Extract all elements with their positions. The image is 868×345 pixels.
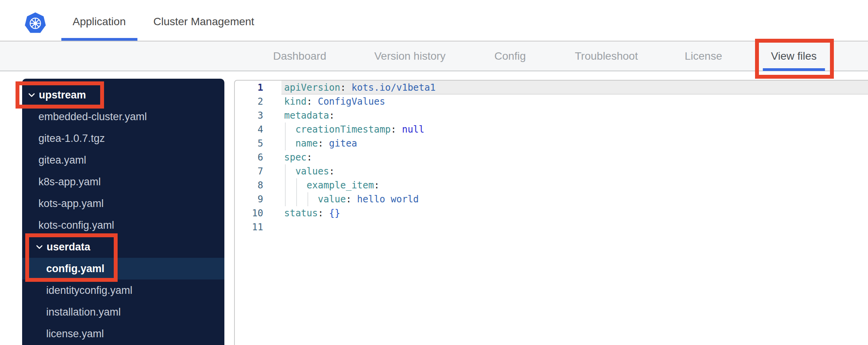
file-label: identityconfig.yaml	[46, 285, 132, 297]
tab-cluster-management[interactable]: Cluster Management	[153, 16, 254, 28]
code-token-key: status	[284, 208, 318, 219]
chevron-down-icon[interactable]	[36, 245, 43, 249]
tree-file-k8s-app-yaml[interactable]: k8s-app.yaml	[22, 171, 224, 193]
code-line-content: apiVersion: kots.io/v1beta1	[281, 81, 868, 95]
code-token-colon: :	[391, 124, 396, 135]
tree-file-kots-config-yaml[interactable]: kots-config.yaml	[22, 214, 224, 236]
line-number: 4	[235, 122, 274, 136]
code-line[interactable]: 11	[235, 220, 868, 234]
line-number: 8	[235, 178, 274, 192]
nav-tab-config[interactable]: Config	[495, 41, 526, 71]
file-label: license.yaml	[46, 328, 104, 340]
tree-file-config-yaml[interactable]: config.yaml	[22, 258, 224, 279]
file-label: gitea.yaml	[38, 154, 86, 166]
file-label: gitea-1.0.7.tgz	[38, 133, 105, 145]
code-token-plain	[351, 194, 357, 205]
code-token-colon: :	[307, 152, 312, 163]
tree-file-license-yaml[interactable]: license.yaml	[22, 323, 224, 345]
code-line-content: spec:	[281, 150, 868, 164]
code-token-key: name	[295, 138, 318, 149]
tree-folder-userdata[interactable]: userdata	[22, 236, 224, 258]
code-token-key: creationTimestamp	[295, 124, 391, 135]
code-line[interactable]: 4 creationTimestamp: null	[235, 122, 868, 136]
nav-tab-version-history[interactable]: Version history	[374, 41, 446, 71]
code-line-content: kind: ConfigValues	[281, 95, 868, 109]
code-token-plain	[323, 208, 329, 219]
code-token-key: values	[295, 166, 329, 177]
line-number: 2	[235, 95, 274, 109]
code-token-val: kots.io/v1beta1	[351, 82, 436, 93]
code-line[interactable]: 1apiVersion: kots.io/v1beta1	[235, 81, 868, 95]
tree-file-embedded-cluster-yaml[interactable]: embedded-cluster.yaml	[22, 106, 224, 128]
code-line[interactable]: 6spec:	[235, 150, 868, 164]
code-token-key: spec	[284, 152, 307, 163]
nav-tab-license[interactable]: License	[685, 41, 722, 71]
indent-guide	[285, 136, 286, 150]
tree-file-gitea-1-0-7-tgz[interactable]: gitea-1.0.7.tgz	[22, 128, 224, 149]
code-token-plain	[346, 82, 351, 93]
indent-guide	[285, 122, 286, 136]
line-number: 5	[235, 136, 274, 150]
file-label: installation.yaml	[46, 306, 121, 318]
code-line[interactable]: 2kind: ConfigValues	[235, 95, 868, 109]
code-token-brace: {}	[329, 208, 340, 219]
code-token-colon: :	[318, 208, 323, 219]
code-token-colon: :	[329, 110, 335, 121]
code-editor[interactable]: 1apiVersion: kots.io/v1beta12kind: Confi…	[234, 80, 868, 345]
code-token-plain	[312, 96, 318, 107]
code-line-content: status: {}	[281, 206, 868, 220]
code-token-colon: :	[346, 194, 351, 205]
nav-tab-view-files[interactable]: View files	[771, 41, 817, 71]
code-token-plain	[284, 180, 307, 191]
code-line[interactable]: 9 value: hello world	[235, 192, 868, 206]
nav-tab-dashboard[interactable]: Dashboard	[273, 41, 326, 71]
code-line-content: metadata:	[281, 109, 868, 122]
code-token-plain	[284, 138, 295, 149]
code-line[interactable]: 7 values:	[235, 164, 868, 178]
code-line-content	[281, 220, 868, 234]
indent-guide	[285, 178, 286, 192]
code-token-key: metadata	[284, 110, 329, 121]
code-line[interactable]: 8 example_item:	[235, 178, 868, 192]
code-token-null: null	[402, 124, 424, 135]
code-token-colon: :	[329, 166, 335, 177]
code-token-val: gitea	[329, 138, 357, 149]
code-token-key: example_item	[307, 180, 374, 191]
kubernetes-logo-icon[interactable]	[24, 12, 46, 34]
line-number: 11	[235, 220, 274, 234]
tree-file-identityconfig-yaml[interactable]: identityconfig.yaml	[22, 279, 224, 301]
folder-label: userdata	[47, 241, 90, 253]
code-token-plain	[323, 138, 329, 149]
code-token-val: hello world	[357, 194, 419, 205]
nav-tab-troubleshoot[interactable]: Troubleshoot	[575, 41, 638, 71]
file-label: kots-app.yaml	[38, 198, 104, 210]
indent-guide	[307, 192, 308, 206]
code-token-colon: :	[374, 180, 379, 191]
kots-admin-console: ApplicationCluster Management DashboardV…	[0, 0, 868, 345]
chevron-down-icon[interactable]	[28, 93, 35, 97]
code-line[interactable]: 3metadata:	[235, 109, 868, 122]
line-number: 6	[235, 150, 274, 164]
code-token-colon: :	[318, 138, 323, 149]
code-token-plain	[284, 166, 295, 177]
code-token-key: apiVersion	[284, 82, 340, 93]
line-number: 9	[235, 192, 274, 206]
tree-folder-upstream[interactable]: upstream	[22, 84, 224, 106]
app-header: ApplicationCluster Management	[0, 0, 868, 41]
indent-guide	[296, 178, 297, 192]
code-line-content: creationTimestamp: null	[281, 122, 868, 136]
app-subnav: DashboardVersion historyConfigTroublesho…	[0, 41, 868, 71]
indent-guide	[296, 192, 297, 206]
code-line[interactable]: 5 name: gitea	[235, 136, 868, 150]
tree-file-kots-app-yaml[interactable]: kots-app.yaml	[22, 193, 224, 214]
tab-application[interactable]: Application	[73, 16, 126, 28]
tree-file-installation-yaml[interactable]: installation.yaml	[22, 301, 224, 323]
code-line-content: value: hello world	[281, 192, 868, 206]
line-number: 10	[235, 206, 274, 220]
file-label: embedded-cluster.yaml	[38, 111, 147, 123]
code-line[interactable]: 10status: {}	[235, 206, 868, 220]
folder-label: upstream	[39, 89, 86, 101]
indent-guide	[285, 192, 286, 206]
tree-file-gitea-yaml[interactable]: gitea.yaml	[22, 149, 224, 171]
code-token-key: kind	[284, 96, 307, 107]
